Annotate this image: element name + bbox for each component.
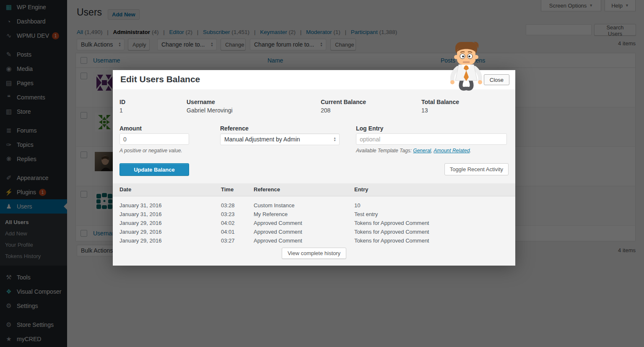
- username-label: Username: [187, 99, 215, 105]
- reference-select[interactable]: Manual Adjustment by Admin ▲▼: [220, 133, 340, 145]
- total-balance-value: 13: [421, 107, 428, 114]
- general-tags-link[interactable]: General: [413, 148, 431, 154]
- close-button[interactable]: Close: [484, 74, 509, 85]
- history-column-date: Date: [119, 186, 131, 193]
- template-tags-help: Available Template Tags: General, Amount…: [356, 148, 471, 154]
- history-column-time: Time: [221, 186, 234, 193]
- history-row: January 31, 201603:28Custom Instance10: [113, 201, 515, 210]
- history-column-reference: Reference: [254, 186, 280, 193]
- history-row: January 31, 201603:23My ReferenceTest en…: [113, 210, 515, 219]
- log-entry-label: Log Entry: [356, 125, 383, 132]
- history-row: January 29, 201603:27Approved CommentTok…: [113, 236, 515, 245]
- amount-label: Amount: [119, 125, 142, 132]
- current-balance-value: 208: [321, 107, 330, 114]
- amount-help-text: A positive or negative value.: [119, 148, 182, 154]
- id-value: 1: [119, 107, 123, 114]
- current-balance-label: Current Balance: [321, 99, 366, 105]
- history-row: January 29, 201604:01Approved CommentTok…: [113, 227, 515, 236]
- reference-value: Manual Adjustment by Admin: [224, 136, 300, 143]
- toggle-recent-activity-button[interactable]: Toggle Recent Activity: [444, 163, 509, 175]
- history-column-entry: Entry: [354, 186, 368, 193]
- amount-input[interactable]: [119, 133, 189, 145]
- update-balance-button[interactable]: Update Balance: [119, 163, 189, 176]
- log-entry-input[interactable]: [356, 133, 507, 145]
- amount-related-tags-link[interactable]: Amount Related: [434, 148, 470, 154]
- modal-title: Edit Users Balance: [120, 74, 200, 84]
- select-arrows-icon: ▲▼: [333, 137, 336, 142]
- mascot-character: [450, 40, 482, 91]
- reference-label: Reference: [220, 125, 249, 132]
- view-complete-history-button[interactable]: View complete history: [282, 248, 346, 259]
- username-value: Gabriel Merovingi: [187, 107, 233, 114]
- history-row: January 29, 201604:02Approved CommentTok…: [113, 219, 515, 227]
- history-header-row: Date Time Reference Entry: [113, 183, 515, 196]
- total-balance-label: Total Balance: [421, 99, 459, 105]
- id-label: ID: [119, 99, 125, 105]
- edit-users-balance-modal: Edit Users Balance Close ID 1 Username G…: [113, 70, 515, 266]
